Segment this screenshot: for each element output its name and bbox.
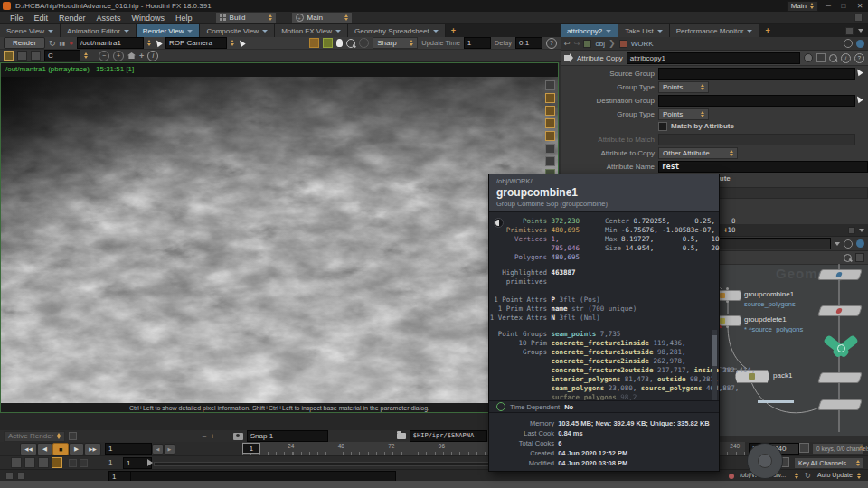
magnify-icon[interactable] (346, 39, 355, 48)
tab-menu-icon[interactable] (433, 30, 439, 33)
tab-motion-fx-view[interactable]: Motion FX View (275, 24, 348, 37)
attribute-name-input[interactable]: rest (658, 161, 868, 173)
next-key-button[interactable]: ▶ (164, 444, 175, 455)
shelf-menu-icon[interactable] (854, 14, 863, 22)
remove-snapshot-icon[interactable]: − (202, 432, 206, 441)
auto-key-icon[interactable] (52, 457, 62, 468)
gamma-correct-icon[interactable] (545, 118, 555, 128)
jump-start-button[interactable]: ◀◀ (20, 443, 37, 455)
node-right-3[interactable] (817, 372, 863, 383)
node-right-2[interactable] (817, 305, 863, 316)
pane-menu-icon[interactable] (858, 29, 863, 33)
auto-update-chevron-icon[interactable] (857, 473, 861, 479)
pane-layout-icon[interactable] (845, 27, 854, 35)
lut-icon[interactable] (323, 38, 333, 48)
snapshot-name-field[interactable]: Snap 1 (247, 430, 328, 442)
update-time-field[interactable]: 1 (464, 37, 491, 49)
tab-menu-icon[interactable] (335, 30, 341, 33)
search-icon[interactable] (829, 54, 837, 62)
group-type2-select[interactable]: Points (658, 108, 709, 120)
node-name-field[interactable]: attribcopy1 (627, 52, 800, 64)
node-pack1-label[interactable]: pack1 (773, 371, 792, 380)
jump-end-button[interactable]: ▶▶ (84, 443, 101, 455)
back-icon[interactable]: ↩ (564, 40, 571, 48)
play-backward-button[interactable]: ◀ (37, 443, 52, 455)
obj-context-icon[interactable] (583, 40, 591, 48)
realtime-toggle-icon[interactable] (24, 457, 35, 468)
menu-file[interactable]: File (5, 14, 28, 23)
node-right-1[interactable] (817, 269, 863, 280)
snapshot-path-field[interactable]: $HIP/ipr/$SNAPNA (410, 430, 487, 442)
update-mode-icon[interactable]: ↻ (805, 472, 811, 480)
menu-edit[interactable]: Edit (30, 14, 53, 23)
tab-performance-monitor[interactable]: Performance Monitor (670, 24, 760, 37)
tab-scene-view[interactable]: Scene View (0, 24, 61, 37)
tab-menu-icon[interactable] (124, 30, 129, 33)
close-button[interactable]: ✕ (854, 2, 866, 10)
prev-key-button[interactable]: ◀ (152, 444, 164, 455)
tab-menu-icon[interactable] (48, 30, 53, 33)
export-channels-icon[interactable] (11, 457, 22, 468)
linked-pane-icon[interactable] (856, 40, 864, 48)
corner-pin-icon[interactable] (545, 156, 555, 166)
key-all-channels-select[interactable]: Key All Channels (794, 457, 864, 469)
node-groupdelete1[interactable] (716, 315, 741, 326)
destination-group-pick-icon[interactable] (854, 95, 863, 104)
camera-chevron-icon[interactable] (231, 40, 234, 46)
next-range-icon[interactable] (80, 459, 88, 467)
lock-camera-icon[interactable] (545, 93, 555, 103)
restore-button[interactable]: □ (838, 2, 849, 10)
current-frame-field[interactable]: 1 (105, 443, 152, 455)
grid-overlay-icon[interactable] (545, 106, 555, 116)
tab-render-view[interactable]: Render View (137, 24, 201, 37)
source-group-input[interactable] (658, 68, 855, 80)
destination-group-input[interactable] (658, 95, 855, 107)
active-render-select[interactable]: Active Render (4, 431, 65, 442)
playhead-marker[interactable]: 1 (242, 443, 260, 454)
node-switch-green[interactable] (827, 336, 854, 360)
snapshot-compare-icon[interactable] (31, 51, 41, 61)
zoom-out-icon[interactable]: − (99, 51, 109, 61)
pin-icon[interactable] (844, 239, 853, 249)
pane-layout-icon[interactable] (848, 227, 855, 234)
context-chevron-icon[interactable] (795, 473, 798, 479)
tab-menu-icon[interactable] (657, 30, 663, 33)
source-group-pick-icon[interactable] (854, 68, 863, 77)
select-node-icon[interactable] (816, 53, 826, 62)
auto-update-select[interactable]: Auto Update (817, 472, 853, 478)
main-desktop-selector[interactable]: Main (787, 1, 818, 12)
group-type-select[interactable]: Points (658, 81, 709, 93)
split-view-icon[interactable] (17, 51, 27, 61)
menu-assets[interactable]: Assets (92, 14, 126, 23)
scoped-channels-icon[interactable] (799, 443, 809, 453)
tab-menu-icon[interactable] (262, 30, 268, 33)
node-right-4[interactable] (817, 399, 863, 410)
pin-pane-icon[interactable] (844, 39, 853, 48)
stop-button[interactable]: ■ (52, 443, 69, 455)
tab-animation-editor[interactable]: Animation Editor (61, 24, 137, 37)
loop-mode-icon[interactable] (38, 457, 49, 468)
lamp-icon[interactable] (336, 39, 343, 47)
folder-icon[interactable] (397, 433, 406, 439)
rop-path-select[interactable]: /out/mantra1 (77, 37, 144, 49)
shelf-set-selector[interactable]: + Main (291, 12, 353, 23)
filter-select[interactable]: Sharp (373, 37, 418, 49)
menu-render[interactable]: Render (54, 14, 90, 23)
match-by-attribute-checkbox[interactable] (658, 122, 667, 131)
popup-scrollbar[interactable] (712, 330, 717, 402)
render-flipbook-icon[interactable] (69, 432, 77, 440)
prev-range-icon[interactable] (69, 459, 77, 467)
tab-menu-icon[interactable] (187, 30, 193, 33)
camera-select[interactable]: ROP Camera (165, 37, 227, 49)
clone-icon[interactable] (359, 38, 369, 48)
cook-control-icon[interactable] (17, 472, 25, 480)
new-tab-button[interactable]: + (446, 26, 461, 35)
home-view-icon[interactable] (127, 52, 136, 59)
breadcrumb-current[interactable]: WORK (631, 40, 840, 48)
timeline-nav-control[interactable] (747, 443, 783, 479)
render-image[interactable] (1, 77, 558, 403)
pane-menu-icon[interactable] (859, 229, 864, 232)
channel-select[interactable]: C (44, 50, 80, 61)
tab-menu-icon[interactable] (606, 30, 611, 33)
render-button[interactable]: Render (4, 37, 45, 49)
